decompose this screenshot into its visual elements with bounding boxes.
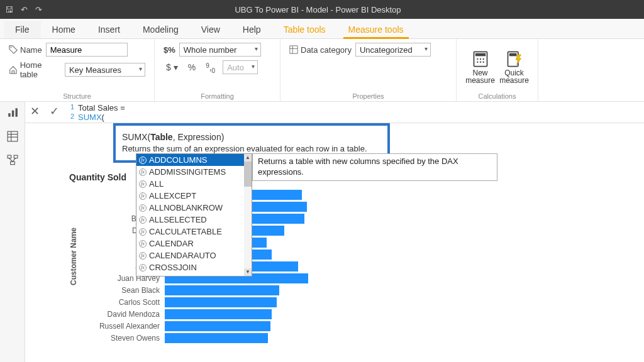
group-label-structure: Structure [9,92,145,100]
data-category-dropdown[interactable]: Uncategorized [355,43,431,57]
currency-button[interactable]: $ ▾ [164,62,180,72]
function-icon: fx [139,156,147,164]
function-icon: fx [139,204,147,212]
svg-point-8 [482,58,484,59]
tab-modeling[interactable]: Modeling [131,21,190,38]
scroll-thumb[interactable] [244,162,252,187]
format-icon: $% [164,45,175,55]
svg-point-7 [479,58,480,59]
scrollbar[interactable]: ▲ ▼ [244,154,252,276]
thousands-button[interactable]: 9,0 [203,62,218,72]
tab-home[interactable]: Home [41,21,87,38]
home-table-label: Home table [20,60,61,79]
quick-calc-icon [506,50,523,68]
ribbon: Name Home table Key Measures Structure $… [0,39,644,102]
suggest-item[interactable]: fxADDCOLUMNS [136,154,244,166]
view-rail [0,102,25,362]
data-view-icon[interactable] [7,131,18,145]
undo-icon[interactable]: ↶ [21,5,28,14]
suggest-item[interactable]: fxADDMISSINGITEMS [136,166,244,178]
function-icon: fx [139,252,147,260]
suggest-item[interactable]: fxALLNOBLANKROW [136,202,244,214]
y-axis-label: Customer Name [69,228,78,285]
tab-file[interactable]: File [4,21,41,38]
suggest-item[interactable]: fxALL [136,178,244,190]
function-icon: fx [139,168,147,176]
function-icon: fx [139,264,147,272]
titlebar: 🖫 ↶ ↷ UBG To Power BI - Model - Power BI… [0,0,644,19]
model-view-icon[interactable] [7,155,18,168]
svg-rect-21 [8,155,11,158]
tab-view[interactable]: View [190,21,231,38]
formula-line-1[interactable]: Total Sales = [78,103,125,112]
ribbon-tabs: File Home Insert Modeling View Help Tabl… [0,19,644,39]
percent-button[interactable]: % [186,62,198,72]
report-view-icon[interactable] [7,107,18,121]
suggest-item[interactable]: fxALLSELECTED [136,214,244,226]
svg-rect-14 [8,113,10,117]
tab-table-tools[interactable]: Table tools [272,21,337,38]
bar[interactable] [165,309,272,319]
scroll-up-icon[interactable]: ▲ [244,154,252,162]
svg-point-10 [479,61,480,62]
table-icon: ▦ [139,275,145,276]
bar[interactable] [165,297,277,307]
suggest-item[interactable]: fxCALENDAR [136,238,244,250]
group-label-formatting: Formatting [164,92,271,100]
function-icon: fx [139,240,147,248]
svg-point-11 [482,61,484,62]
formula-cancel-icon[interactable]: ✕ [25,102,45,121]
bar-row: Steven Owens [170,332,371,344]
function-icon: fx [139,180,147,188]
new-measure-button[interactable]: New measure [465,50,496,84]
window-title: UBG To Power BI - Model - Power BI Deskt… [42,5,594,14]
scroll-down-icon[interactable]: ▼ [244,268,252,276]
category-icon [289,45,298,54]
decimals-dropdown[interactable]: Auto [223,60,258,74]
format-dropdown[interactable]: Whole number [179,43,261,57]
name-label: Name [20,45,42,55]
svg-line-25 [13,158,16,162]
intellisense-detail: Returns a table with new columns specifi… [252,153,497,181]
bar-row: Carlos Scott [170,296,371,308]
svg-rect-23 [10,162,14,165]
quick-measure-button[interactable]: Quick measure [499,50,530,84]
data-category-label: Data category [301,45,352,55]
save-icon[interactable]: 🖫 [5,5,13,14]
svg-rect-13 [509,53,516,56]
tab-measure-tools[interactable]: Measure tools [337,21,415,38]
suggest-item[interactable]: fxCALCULATETABLE [136,226,244,238]
tag-icon [9,45,18,54]
suggest-item[interactable]: fxALLEXCEPT [136,190,244,202]
function-icon: fx [139,192,147,200]
bar[interactable] [165,333,268,343]
formula-bar: ✕ ✓ 1Total Sales = 2SUMX( [25,102,644,123]
redo-icon[interactable]: ↷ [35,5,42,14]
bar-row: Russell Alexander [170,320,371,332]
group-label-calculations: Calculations [465,92,529,100]
svg-rect-16 [15,108,17,117]
suggest-item[interactable]: fxCROSSJOIN [136,261,244,273]
suggest-item[interactable]: ▦Customers [136,273,244,276]
svg-rect-5 [475,53,485,56]
bar[interactable] [165,285,279,295]
svg-line-24 [9,158,13,162]
bar[interactable] [165,321,270,331]
intellisense-popup[interactable]: fxADDCOLUMNSfxADDMISSINGITEMSfxALLfxALLE… [136,153,252,277]
svg-point-9 [477,61,478,62]
formula-commit-icon[interactable]: ✓ [45,102,64,121]
svg-rect-15 [11,111,13,117]
suggest-item[interactable]: fxCALENDARAUTO [136,250,244,261]
name-input[interactable] [46,43,128,57]
tab-help[interactable]: Help [231,21,272,38]
home-table-dropdown[interactable]: Key Measures [65,63,145,77]
function-icon: fx [139,216,147,224]
bar-label: Steven Owens [69,334,165,343]
bar-row: David Mendoza [170,308,371,320]
svg-point-0 [11,47,12,48]
tab-insert[interactable]: Insert [87,21,131,38]
formula-line-2[interactable]: SUMX( [78,112,104,122]
bar-label: Sean Black [69,286,165,295]
bar-label: Russell Alexander [69,322,165,331]
group-label-properties: Properties [289,92,447,100]
